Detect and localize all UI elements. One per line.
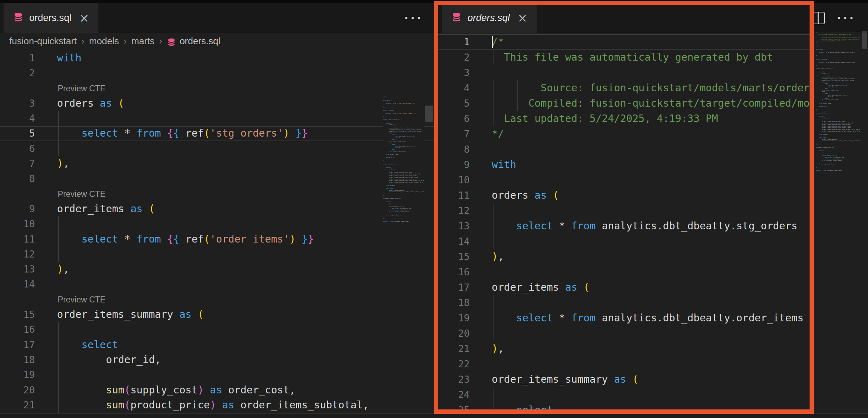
line-number: 24 (438, 387, 470, 402)
line-number: 17 (438, 280, 470, 295)
code-line[interactable]: 3 (438, 65, 811, 80)
indent-guide (58, 111, 59, 126)
code-line[interactable]: 10 (0, 216, 434, 231)
more-actions-icon[interactable]: ··· (404, 11, 423, 25)
code-line[interactable]: 18 (438, 295, 811, 310)
code-line[interactable]: 23order_items_summary as ( (438, 372, 811, 387)
line-number: 12 (0, 247, 35, 262)
code-line[interactable]: 9order_items as ( (0, 202, 434, 216)
minimap-right[interactable]: /* This file was automatically generated… (816, 32, 860, 246)
code-line[interactable]: 4 Source: fusion-quickstart/models/marts… (438, 80, 811, 96)
code-line[interactable]: 21), (438, 341, 811, 356)
code-text: */ (492, 126, 504, 142)
code-area-source[interactable]: 1with2Preview CTE3orders as (45 select *… (0, 49, 434, 418)
codelens-preview-cte[interactable]: Preview CTE (58, 81, 105, 96)
code-line[interactable]: 19 select * from analytics.dbt_dbeatty.o… (438, 310, 811, 326)
code-line[interactable]: 6 Last updated: 5/24/2025, 4:19:33 PM (438, 111, 811, 126)
code-line[interactable]: 5 select * from {{ ref('stg_orders') }} (0, 126, 434, 141)
code-line[interactable]: 9with (438, 157, 811, 172)
code-line[interactable]: 10 (438, 172, 811, 188)
code-line[interactable]: 1with (0, 51, 434, 66)
line-number: 18 (0, 352, 35, 367)
split-editor-icon[interactable] (811, 12, 825, 24)
code-text: select (57, 337, 118, 352)
code-text: ), (57, 262, 69, 277)
code-line[interactable]: 6 (0, 141, 434, 156)
line-number: 22 (438, 356, 470, 372)
code-line[interactable]: 13 select * from analytics.dbt_dbeatty.s… (438, 218, 811, 234)
code-line[interactable]: 15order_items_summary as ( (0, 307, 434, 322)
code-line[interactable]: 12 (438, 203, 811, 218)
code-line[interactable]: 5 Compiled: fusion-quickstart/target/com… (438, 96, 811, 111)
code-line[interactable]: 1/* (438, 34, 811, 50)
code-line[interactable]: 8 (0, 171, 434, 186)
code-line[interactable]: 3orders as ( (0, 96, 434, 111)
code-line[interactable]: 22 (438, 356, 811, 372)
more-actions-icon[interactable]: ··· (837, 11, 856, 25)
code-text: select * from analytics.dbt_dbeatty.orde… (492, 310, 804, 326)
code-text: ), (492, 249, 504, 264)
code-line[interactable]: 21 sum(product_price) as order_items_sub… (0, 398, 434, 413)
code-text: with (57, 51, 82, 66)
code-line[interactable]: 20 (438, 326, 811, 341)
line-number: 20 (0, 383, 35, 398)
code-area-compiled[interactable]: 1/*2 This file was automatically generat… (438, 34, 811, 414)
line-number: 1 (438, 34, 470, 50)
code-line[interactable]: 8 (438, 142, 811, 157)
code-text: select * from {{ ref('stg_orders') }} (57, 126, 308, 141)
code-line[interactable]: 17 select (0, 337, 434, 352)
breadcrumb-item[interactable]: fusion-quickstart (9, 36, 77, 46)
line-number: 11 (0, 232, 35, 247)
code-line[interactable]: 17order_items as ( (438, 280, 811, 295)
code-line[interactable]: 4 (0, 111, 434, 126)
tab-label: orders.sql (467, 12, 510, 24)
line-number: 10 (438, 172, 470, 188)
breadcrumb-item[interactable]: models (89, 36, 119, 46)
code-line[interactable]: 14 (438, 234, 811, 249)
code-text: sum(supply_cost) as order_cost, (57, 383, 295, 398)
breadcrumb-item[interactable]: marts (131, 36, 154, 46)
line-number: 6 (0, 141, 35, 156)
code-line[interactable]: 14 (0, 277, 434, 292)
close-tab-icon[interactable]: × (79, 12, 89, 24)
code-line[interactable]: 11orders as ( (438, 188, 811, 203)
scrollbar-thumb-left[interactable] (425, 106, 433, 122)
line-number: 21 (438, 341, 470, 356)
code-text: order_items_summary as ( (57, 307, 204, 322)
code-line[interactable]: 16 (438, 264, 811, 280)
code-line[interactable]: 12 (0, 247, 434, 262)
code-line[interactable]: 13), (0, 262, 434, 277)
breadcrumb-separator-icon: › (124, 36, 127, 46)
scrollbar-thumb-right[interactable] (862, 31, 867, 49)
code-line[interactable]: 15), (438, 249, 811, 264)
code-line[interactable]: 25 select (438, 402, 811, 414)
tab-orders-sql-preview[interactable]: orders.sql × (442, 3, 537, 33)
code-line[interactable]: 2 This file was automatically generated … (438, 50, 811, 65)
code-line[interactable]: 20 sum(supply_cost) as order_cost, (0, 383, 434, 398)
line-number: 4 (438, 80, 470, 96)
breadcrumb-file[interactable]: orders.sql (180, 36, 220, 47)
code-line[interactable]: 18 order_id, (0, 352, 434, 367)
codelens-preview-cte[interactable]: Preview CTE (58, 187, 105, 202)
close-tab-icon[interactable]: × (518, 12, 528, 24)
code-text: ), (492, 341, 504, 356)
tab-orders-sql-source[interactable]: orders.sql × (4, 3, 98, 33)
indent-guide (58, 247, 59, 262)
code-line[interactable]: 16 (0, 322, 434, 337)
code-text: order_items as ( (57, 202, 155, 216)
code-line[interactable]: 11 select * from {{ ref('order_items') }… (0, 232, 434, 247)
indent-guide (58, 322, 59, 337)
code-line[interactable]: 7), (0, 156, 434, 171)
code-line[interactable]: 24 (438, 387, 811, 402)
code-text: Source: fusion-quickstart/models/marts/o… (492, 80, 811, 96)
line-number: 16 (438, 264, 470, 280)
code-text: Last updated: 5/24/2025, 4:19:33 PM (492, 111, 718, 126)
codelens-preview-cte[interactable]: Preview CTE (58, 292, 105, 307)
code-line[interactable]: 19 (0, 367, 434, 382)
minimap-left[interactable]: with orders as ( select * from {{ ref('s… (383, 96, 424, 310)
indent-guide (83, 367, 83, 382)
code-line[interactable]: 7*/ (438, 126, 811, 142)
tab-label: orders.sql (29, 12, 72, 24)
codelens-row: Preview CTE (0, 292, 434, 307)
code-line[interactable]: 2 (0, 66, 434, 81)
